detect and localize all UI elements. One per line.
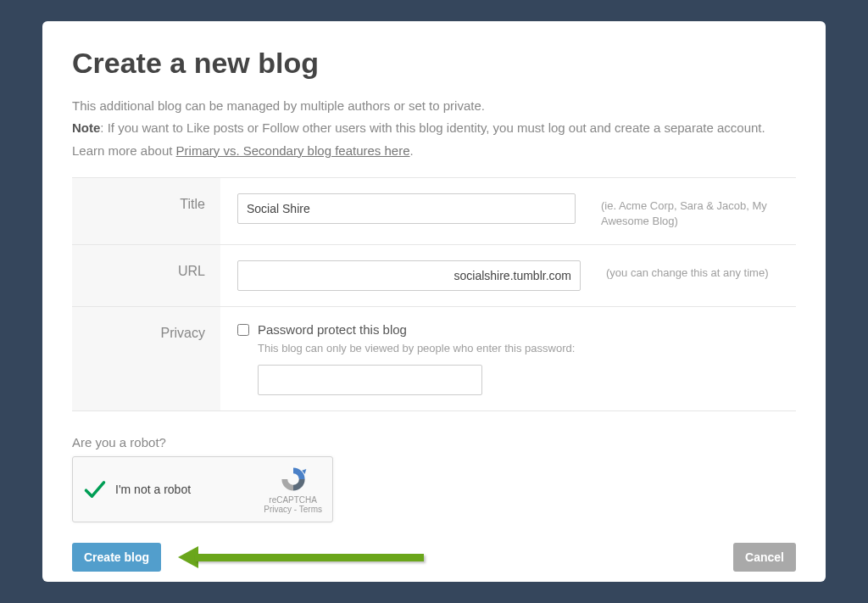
page-title: Create a new blog: [72, 47, 796, 80]
checkmark-icon: [83, 477, 107, 501]
recaptcha-label: I'm not a robot: [115, 483, 264, 496]
recaptcha-icon: [279, 465, 308, 494]
privacy-check-line[interactable]: Password protect this blog: [237, 322, 575, 337]
learn-more-link[interactable]: Primary vs. Secondary blog features here: [176, 143, 410, 158]
create-blog-modal: Create a new blog This additional blog c…: [42, 21, 826, 582]
annotation-arrow-icon: [178, 549, 424, 566]
privacy-sub-hint: This blog can only be viewed by people w…: [258, 342, 575, 355]
intro-note: Note: If you want to Like posts or Follo…: [72, 117, 796, 139]
password-protect-checkbox[interactable]: [237, 324, 249, 336]
privacy-label: Privacy: [72, 307, 220, 410]
recaptcha-brand: reCAPTCHA Privacy - Terms: [264, 465, 322, 514]
actions-row: Create blog Cancel: [72, 543, 796, 572]
create-blog-button[interactable]: Create blog: [72, 543, 161, 572]
recaptcha-brand-text: reCAPTCHA: [264, 495, 322, 505]
title-label: Title: [72, 178, 220, 244]
intro-line1: This additional blog can be managed by m…: [72, 95, 796, 117]
url-hint: (you can change this at any time): [606, 260, 769, 281]
robot-question: Are you a robot?: [72, 435, 796, 449]
blog-password-input[interactable]: [258, 365, 482, 395]
blog-form: Title (ie. Acme Corp, Sara & Jacob, My A…: [72, 177, 796, 411]
password-protect-label: Password protect this blog: [258, 322, 407, 337]
learn-prefix: Learn more about: [72, 143, 176, 158]
intro-learn: Learn more about Primary vs. Secondary b…: [72, 140, 796, 162]
url-input[interactable]: [237, 260, 581, 291]
cancel-button[interactable]: Cancel: [733, 543, 796, 572]
url-label: URL: [72, 245, 220, 306]
row-privacy: Privacy Password protect this blog This …: [72, 307, 796, 411]
note-label: Note: [72, 120, 100, 135]
intro-text: This additional blog can be managed by m…: [72, 95, 796, 162]
robot-section: Are you a robot? I'm not a robot reCAPTC…: [72, 435, 796, 522]
row-url: URL (you can change this at any time): [72, 245, 796, 307]
learn-suffix: .: [410, 143, 414, 158]
note-text: : If you want to Like posts or Follow ot…: [100, 120, 765, 135]
recaptcha-privacy-terms[interactable]: Privacy - Terms: [264, 505, 322, 514]
title-hint: (ie. Acme Corp, Sara & Jacob, My Awesome…: [601, 193, 779, 229]
recaptcha-widget[interactable]: I'm not a robot reCAPTCHA Privacy - Term…: [72, 456, 333, 522]
row-title: Title (ie. Acme Corp, Sara & Jacob, My A…: [72, 178, 796, 245]
title-input[interactable]: [237, 193, 576, 224]
